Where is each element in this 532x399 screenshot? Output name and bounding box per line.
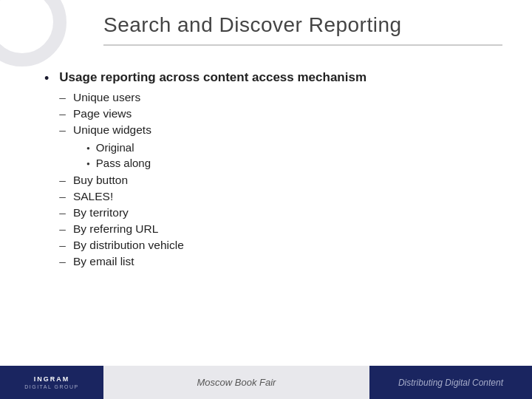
dash-icon: – [59,255,66,268]
footer-event-name: Moscow Book Fair [197,377,276,388]
list-item-text: By territory [73,206,129,219]
dash-icon: – [59,190,66,203]
footer-right: Distributing Digital Content [369,366,532,399]
footer-logo-area: INGRAM DIGITAL GROUP [0,366,103,399]
logo-ingram-text: INGRAM [34,375,70,383]
dash-icon: – [59,174,66,187]
dash-icon: – [59,206,66,219]
bullet-dot: • [44,71,49,86]
list-item: – By territory [59,205,366,221]
list-item: – Buy button [59,172,366,188]
list-item: ● Original [86,140,151,155]
company-logo: INGRAM DIGITAL GROUP [24,375,79,389]
list-item-text: Buy button [73,174,128,187]
list-item-text: Unique users [73,91,140,104]
slide: Search and Discover Reporting • Usage re… [0,0,532,399]
list-item-text: Page views [73,107,132,120]
list-item-text: Original [96,141,134,154]
list-item: – By distribution vehicle [59,237,366,253]
sub-bullet-dot: ● [86,145,90,151]
list-item: – Unique users [59,89,366,106]
list-item-text: By referring URL [73,222,158,236]
list-item-text: By email list [73,255,134,268]
slide-title: Search and Discover Reporting [103,13,502,46]
footer-tagline: Distributing Digital Content [398,378,503,388]
list-item: – By email list [59,253,366,270]
dash-icon: – [59,222,66,236]
list-item-text: SALES! [73,190,113,203]
list-item-text: By distribution vehicle [73,239,184,252]
sub-sub-list: ● Original ● Pass along [86,140,151,171]
header: Search and Discover Reporting [0,13,532,46]
nested-item: Unique widgets ● Original ● Pass along [73,123,151,171]
list-item: – By referring URL [59,221,366,237]
main-bullet: • Usage reporting across content access … [44,70,502,270]
bullet-heading: Usage reporting across content access me… [59,70,366,84]
dash-icon: – [59,239,66,252]
list-item: – Unique widgets ● Original ● Pass [59,122,366,172]
list-item: – Page views [59,106,366,122]
sub-bullet-dot: ● [86,160,90,167]
dash-icon: – [59,107,66,120]
dash-icon: – [59,91,66,104]
bullet-body: Usage reporting across content access me… [59,70,366,270]
list-item-text: Pass along [96,157,151,169]
logo-digital-text: DIGITAL GROUP [24,384,79,389]
dash-icon: – [59,123,66,137]
sub-list: – Unique users – Page views – Unique wid… [59,89,366,270]
list-item: ● Pass along [86,155,151,171]
list-item-text: Unique widgets [73,123,151,136]
list-item: – SALES! [59,188,366,205]
footer-center: Moscow Book Fair [103,366,369,399]
main-content: • Usage reporting across content access … [44,70,502,347]
footer: INGRAM DIGITAL GROUP Moscow Book Fair Di… [0,366,532,399]
